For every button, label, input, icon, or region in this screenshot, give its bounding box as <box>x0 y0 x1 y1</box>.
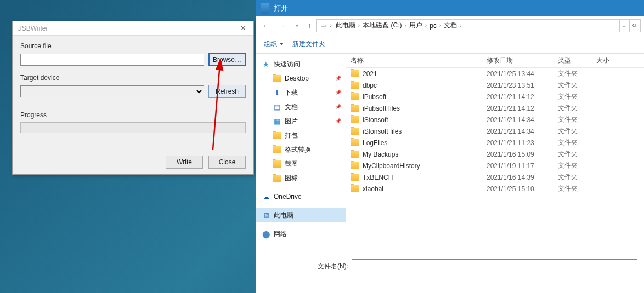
chevron-right-icon: › <box>329 22 334 28</box>
file-dialog-titlebar[interactable]: 打开 <box>256 0 644 16</box>
filename-input[interactable] <box>352 259 637 273</box>
nav-recent-icon[interactable]: ▾ <box>290 19 303 32</box>
pin-icon: 📌 <box>335 76 341 81</box>
sidebar-item[interactable]: 格式转换 <box>256 142 346 157</box>
file-row[interactable]: iPubsoft2021/1/21 14:12文件夹 <box>346 91 644 102</box>
folder-icon <box>351 162 359 169</box>
file-type: 文件夹 <box>558 104 596 113</box>
file-row[interactable]: xiaobai2021/1/25 15:10文件夹 <box>346 183 644 194</box>
file-date: 2021/1/19 11:17 <box>487 162 558 170</box>
sidebar-network[interactable]: ⬤ 网络 <box>256 227 346 241</box>
file-date: 2021/1/21 14:34 <box>487 128 558 135</box>
sidebar-this-pc[interactable]: 🖥 此电脑 <box>256 208 346 222</box>
close-button[interactable]: Close <box>208 156 246 169</box>
file-date: 2021/1/21 14:12 <box>487 93 558 101</box>
column-date[interactable]: 修改日期 <box>487 56 558 65</box>
breadcrumb-item[interactable]: pc <box>428 22 438 30</box>
file-type: 文件夹 <box>558 69 596 78</box>
cloud-icon: ☁ <box>262 192 270 201</box>
sidebar-item[interactable]: ▦图片📌 <box>256 114 346 128</box>
breadcrumb-item[interactable]: 此电脑 <box>335 21 357 30</box>
app-icon <box>261 3 269 14</box>
breadcrumb-dropdown-icon[interactable]: ⌄ <box>619 20 628 32</box>
sidebar-item[interactable]: 打包 <box>256 128 346 142</box>
folder-icon <box>273 175 281 182</box>
column-size[interactable]: 大小 <box>596 56 644 65</box>
file-type: 文件夹 <box>558 81 596 90</box>
file-row[interactable]: LogFiles2021/1/21 11:23文件夹 <box>346 137 644 148</box>
organize-menu[interactable]: 组织▼ <box>264 39 284 49</box>
refresh-icon[interactable]: ↻ <box>629 20 638 32</box>
file-name: TxBENCH <box>363 174 393 181</box>
file-row[interactable]: iStonsoft2021/1/21 14:34文件夹 <box>346 114 644 125</box>
file-type: 文件夹 <box>558 138 596 147</box>
breadcrumb-item[interactable]: 用户 <box>408 21 423 30</box>
source-file-input[interactable] <box>20 54 204 66</box>
toolbar: 组织▼ 新建文件夹 <box>256 35 644 54</box>
file-dialog-footer: 文件名(N): <box>256 251 644 281</box>
nav-forward-icon[interactable]: → <box>275 19 288 32</box>
file-date: 2021/1/21 11:23 <box>487 139 558 147</box>
file-list-header[interactable]: 名称 修改日期 类型 大小 <box>346 54 644 68</box>
file-name: iStonsoft <box>363 116 388 124</box>
star-icon: ★ <box>262 60 270 68</box>
folder-icon <box>351 93 359 100</box>
file-row[interactable]: My Backups2021/1/16 15:09文件夹 <box>346 148 644 160</box>
sidebar-item-label: 截图 <box>285 159 298 169</box>
sidebar-item-label: 文档 <box>285 102 298 112</box>
file-row[interactable]: 20212021/1/25 13:44文件夹 <box>346 68 644 79</box>
chevron-right-icon: › <box>403 22 408 28</box>
breadcrumb-item[interactable]: 本地磁盘 (C:) <box>361 21 403 30</box>
nav-up-icon[interactable]: ↑ <box>308 21 312 30</box>
file-type: 文件夹 <box>558 92 596 101</box>
breadcrumb[interactable]: ▭ › 此电脑›本地磁盘 (C:)›用户›pc›文档› ⌄ ↻ <box>316 19 641 32</box>
file-type: 文件夹 <box>558 127 596 136</box>
file-row[interactable]: iPubsoft files2021/1/21 14:12文件夹 <box>346 102 644 114</box>
target-device-select[interactable] <box>20 85 204 97</box>
folder-icon <box>273 160 281 168</box>
folder-icon <box>273 75 281 82</box>
nav-bar: ← → ▾ ↑ ▭ › 此电脑›本地磁盘 (C:)›用户›pc›文档› ⌄ ↻ <box>256 16 644 35</box>
column-type[interactable]: 类型 <box>558 56 596 65</box>
folder-icon <box>351 116 359 123</box>
usbwriter-titlebar[interactable]: USBWriter ✕ <box>13 21 253 36</box>
column-name[interactable]: 名称 <box>351 56 487 65</box>
doc-icon: ▤ <box>273 102 281 111</box>
sidebar-item[interactable]: ⬇下载📌 <box>256 85 346 100</box>
file-row[interactable]: iStonsoft files2021/1/21 14:34文件夹 <box>346 125 644 137</box>
file-date: 2021/1/21 14:12 <box>487 105 558 112</box>
file-type: 文件夹 <box>558 184 596 193</box>
file-row[interactable]: dbpc2021/1/23 13:51文件夹 <box>346 79 644 91</box>
file-name: LogFiles <box>363 139 387 147</box>
file-row[interactable]: MyClipboardHistory2021/1/19 11:17文件夹 <box>346 160 644 171</box>
file-type: 文件夹 <box>558 150 596 159</box>
sidebar-item-label: 图片 <box>285 117 298 126</box>
sidebar-item[interactable]: 图标 <box>256 171 346 185</box>
folder-icon <box>351 139 359 146</box>
file-row[interactable]: TxBENCH2021/1/16 14:39文件夹 <box>346 171 644 183</box>
usbwriter-window: USBWriter ✕ Source file Browse… Target d… <box>12 21 254 175</box>
sidebar-item-label: 格式转换 <box>285 145 311 154</box>
close-icon[interactable]: ✕ <box>235 22 251 35</box>
sidebar-item-label: 打包 <box>285 131 298 140</box>
nav-back-icon[interactable]: ← <box>259 19 273 32</box>
refresh-button[interactable]: Refresh <box>208 85 246 98</box>
breadcrumb-item[interactable]: 文档 <box>443 21 458 30</box>
sidebar-onedrive[interactable]: ☁ OneDrive <box>256 189 346 204</box>
source-file-label: Source file <box>20 42 246 50</box>
folder-icon <box>351 70 359 77</box>
new-folder-button[interactable]: 新建文件夹 <box>292 39 325 49</box>
file-name: iPubsoft <box>363 93 386 101</box>
sidebar-quick-access[interactable]: ★ 快速访问 <box>256 57 346 71</box>
sidebar-item[interactable]: Desktop📌 <box>256 71 346 85</box>
sidebar-item[interactable]: 截图 <box>256 157 346 171</box>
pin-icon: 📌 <box>335 104 341 110</box>
folder-icon <box>351 174 359 181</box>
sidebar-item[interactable]: ▤文档📌 <box>256 100 346 114</box>
write-button[interactable]: Write <box>166 156 203 169</box>
file-dialog: 打开 ← → ▾ ↑ ▭ › 此电脑›本地磁盘 (C:)›用户›pc›文档› ⌄… <box>256 0 644 293</box>
file-date: 2021/1/23 13:51 <box>487 82 558 89</box>
chevron-right-icon: › <box>423 22 428 28</box>
sidebar-item-label: 下载 <box>285 88 298 97</box>
browse-button[interactable]: Browse… <box>208 53 246 66</box>
